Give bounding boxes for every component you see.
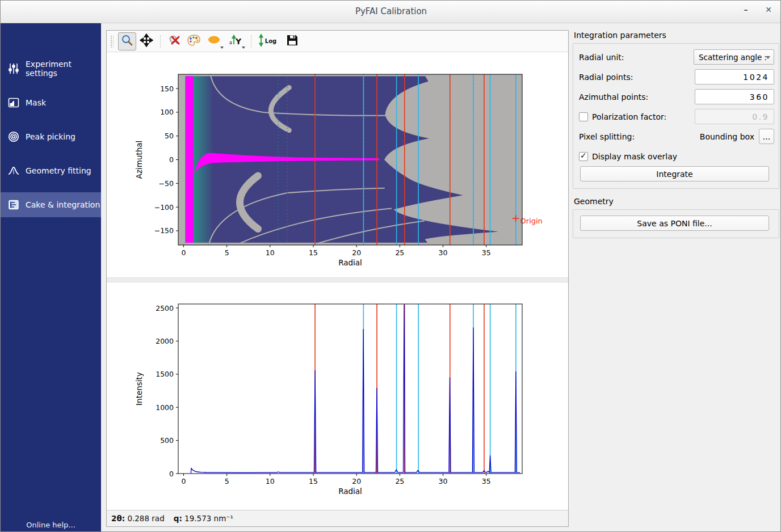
integration-parameters-title: Integration parameters xyxy=(574,31,779,40)
log-scale-button[interactable]: Log xyxy=(257,32,278,50)
svg-text:35: 35 xyxy=(482,477,491,485)
svg-text:500: 500 xyxy=(160,436,174,445)
pan-tool-button[interactable] xyxy=(137,32,156,50)
sidebar-item-label: Geometry fitting xyxy=(26,166,91,175)
close-button[interactable]: ✕ xyxy=(761,5,776,19)
cake-2d-plot-canvas[interactable]: Origin05101520253035−150−100−50050100150… xyxy=(107,52,568,277)
svg-text:2500: 2500 xyxy=(156,304,174,313)
svg-text:1500: 1500 xyxy=(156,370,174,378)
clear-zoom-button[interactable] xyxy=(166,32,184,50)
geometry-group: Save as PONI file... xyxy=(573,209,779,238)
svg-text:15: 15 xyxy=(309,248,318,257)
azimuthal-points-input[interactable]: 360 xyxy=(695,89,774,104)
svg-text:35: 35 xyxy=(482,248,491,257)
svg-text:25: 25 xyxy=(395,477,404,485)
online-help-link[interactable]: Online help... xyxy=(1,521,101,529)
sidebar-item-geometry-fitting[interactable]: Geometry fitting xyxy=(1,158,101,183)
svg-text:5: 5 xyxy=(225,477,229,485)
magnifier-icon xyxy=(120,33,134,49)
svg-text:10: 10 xyxy=(266,248,275,257)
display-mask-overlay-label: Display mask overlay xyxy=(592,152,677,161)
autoscale-y-button[interactable]: aY xyxy=(226,32,246,50)
geometry-title: Geometry xyxy=(574,197,779,206)
origin-marker-label: Origin xyxy=(520,217,543,225)
toolbar-separator xyxy=(160,35,161,48)
radial-points-input[interactable]: 1024 xyxy=(695,69,774,85)
svg-text:−100: −100 xyxy=(154,203,174,212)
svg-text:30: 30 xyxy=(439,248,448,257)
sidebar-item-experiment-settings[interactable]: Experiment settings xyxy=(1,56,101,81)
pixel-splitting-more-button[interactable]: ... xyxy=(759,129,774,144)
mask-display-button[interactable] xyxy=(204,32,225,50)
colormap-button[interactable] xyxy=(185,32,203,50)
cake-icon xyxy=(7,199,20,211)
app-window: PyFAI Calibration – ✕ Experiment setting… xyxy=(0,0,781,532)
svg-text:0: 0 xyxy=(169,155,174,164)
svg-text:Radial: Radial xyxy=(338,487,362,496)
right-panel: Integration parameters Radial unit: Scat… xyxy=(573,26,779,238)
sidebar-item-mask[interactable]: Mask xyxy=(1,90,101,115)
toolbar-separator xyxy=(251,35,252,48)
coordinate-status-bar: 2θ: 0.288 rad q: 19.573 nm⁻¹ xyxy=(107,510,568,526)
log-label: Log xyxy=(265,38,276,44)
radial-unit-select[interactable]: Scattering angle : xyxy=(694,49,774,65)
svg-text:15: 15 xyxy=(309,477,318,485)
radial-points-label: Radial points: xyxy=(579,73,633,82)
tth-label: 2θ: xyxy=(111,514,125,523)
sidebar-item-label: Peak picking xyxy=(26,132,75,141)
pan-arrows-icon xyxy=(140,33,153,49)
integration-parameters-group: Radial unit: Scattering angle : Radial p… xyxy=(573,43,779,189)
svg-text:−50: −50 xyxy=(159,179,174,188)
mask-icon xyxy=(7,96,20,109)
sidebar-item-label: Mask xyxy=(26,98,46,107)
zoom-tool-button[interactable] xyxy=(118,32,136,50)
svg-text:50: 50 xyxy=(165,132,174,140)
plot-splitter-handle[interactable] xyxy=(107,277,568,282)
radial-unit-label: Radial unit: xyxy=(579,53,624,62)
integrate-button[interactable]: Integrate xyxy=(580,166,769,181)
svg-text:1000: 1000 xyxy=(156,403,174,412)
chevron-down-icon xyxy=(766,56,770,59)
polarization-label: Polarization factor: xyxy=(592,112,666,121)
save-button[interactable] xyxy=(283,32,301,50)
svg-text:5: 5 xyxy=(225,248,229,257)
sliders-icon xyxy=(7,62,20,75)
svg-text:150: 150 xyxy=(160,85,174,93)
azimuthal-points-label: Azimuthal points: xyxy=(579,92,648,102)
svg-text:0: 0 xyxy=(181,248,186,257)
toolbar-grip[interactable] xyxy=(110,35,114,48)
display-mask-overlay-checkbox[interactable] xyxy=(579,152,588,161)
svg-text:Intensity: Intensity xyxy=(135,372,144,406)
log-scale-icon xyxy=(258,33,265,49)
tth-value: 0.288 rad xyxy=(127,514,164,523)
integrated-1d-plot-canvas[interactable]: 0510152025303505001000150020002500Radial… xyxy=(107,282,568,510)
svg-text:25: 25 xyxy=(395,248,404,257)
save-poni-button[interactable]: Save as PONI file... xyxy=(580,216,769,231)
svg-text:10: 10 xyxy=(266,477,275,485)
polarization-input[interactable]: 0.9 xyxy=(695,109,774,124)
polarization-checkbox[interactable] xyxy=(579,112,588,121)
sidebar-item-peak-picking[interactable]: Peak picking xyxy=(1,124,101,149)
radial-unit-value: Scattering angle : xyxy=(699,53,767,62)
pixel-splitting-label: Pixel splitting: xyxy=(579,132,635,141)
svg-text:0: 0 xyxy=(169,470,174,478)
window-title: PyFAI Calibration xyxy=(1,6,781,16)
svg-text:20: 20 xyxy=(352,248,361,257)
svg-text:30: 30 xyxy=(439,477,448,485)
title-bar: PyFAI Calibration – ✕ xyxy=(1,1,781,23)
chevron-down-icon xyxy=(220,47,224,49)
rings-icon xyxy=(7,130,20,143)
svg-text:−150: −150 xyxy=(154,226,174,235)
integrated-1d-plot: 0510152025303505001000150020002500Radial… xyxy=(107,282,568,510)
sidebar-item-cake-integration[interactable]: Cake & integration xyxy=(1,192,101,217)
svg-text:Radial: Radial xyxy=(338,258,362,267)
q-label: q: xyxy=(174,514,182,523)
minimize-button[interactable]: – xyxy=(738,5,753,19)
plot-toolbar: aY Log xyxy=(107,31,568,52)
sidebar-item-label: Cake & integration xyxy=(26,200,100,209)
q-value: 19.573 nm⁻¹ xyxy=(184,514,233,523)
svg-text:0: 0 xyxy=(181,477,186,485)
chevron-down-icon xyxy=(242,47,245,49)
svg-text:2000: 2000 xyxy=(156,337,174,345)
peak-curve-icon xyxy=(7,164,20,177)
